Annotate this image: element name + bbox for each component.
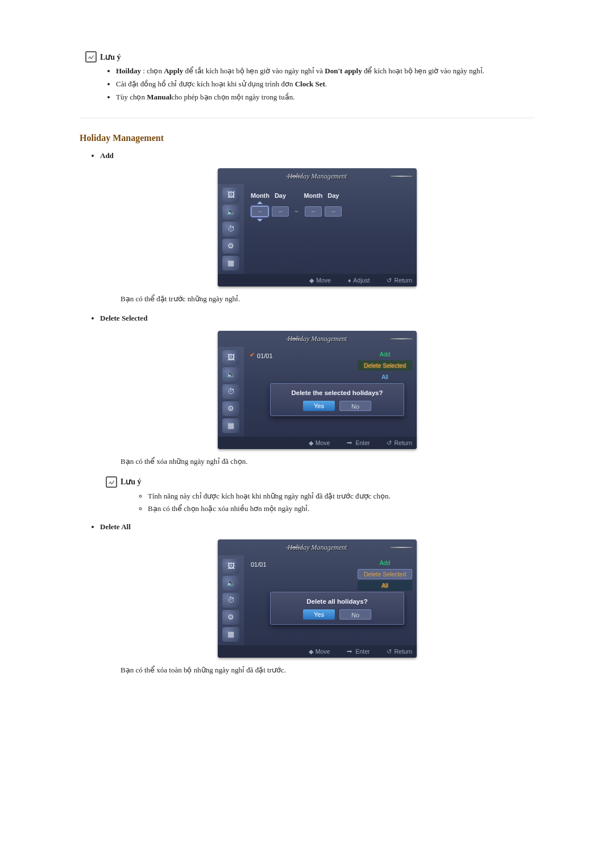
no-button[interactable]: No: [339, 401, 371, 411]
col-month: Month: [251, 192, 269, 199]
hint-return: ↺ Return: [387, 648, 412, 655]
add-desc: Bạn có thể đặt trước những ngày nghỉ.: [121, 294, 534, 304]
action-add[interactable]: Add: [358, 558, 412, 568]
osd-sidebar: 🖼 🔈 ⏱ ⚙ ▦: [218, 555, 244, 645]
delsel-desc: Bạn có thể xóa những ngày nghỉ đã chọn.: [121, 457, 534, 466]
hint-enter: ⮕ Enter: [347, 648, 370, 655]
day-end-select[interactable]: --: [325, 206, 342, 217]
note-title: Lưu ý: [121, 477, 142, 487]
confirm-modal: Delete the selected holidays? Yes No: [270, 383, 404, 416]
gear-icon[interactable]: ⚙: [222, 239, 239, 254]
check-icon: [251, 354, 255, 358]
action-delete-all[interactable]: All: [358, 580, 412, 591]
item-delsel-label: Delete Selected: [100, 314, 147, 322]
hint-move: ◆ Move: [309, 277, 331, 284]
audio-icon[interactable]: 🔈: [222, 205, 239, 219]
action-add[interactable]: Add: [358, 349, 412, 359]
picture-icon[interactable]: 🖼: [222, 559, 239, 574]
gear-icon[interactable]: ⚙: [222, 401, 239, 416]
col-day: Day: [275, 192, 286, 199]
note-item: Cài đặt đồng hồ chỉ được kích hoạt khi s…: [116, 79, 534, 90]
osd-delete-selected: Holiday Management 🖼 🔈 ⏱ ⚙ ▦ 01/01 Add D…: [218, 331, 417, 449]
picture-icon[interactable]: 🖼: [222, 188, 239, 202]
multi-icon[interactable]: ▦: [222, 418, 239, 433]
osd-add: Holiday Management 🖼 🔈 ⏱ ⚙ ▦ Month: [218, 168, 417, 286]
action-delete-all[interactable]: All: [358, 372, 412, 382]
month-end-select[interactable]: --: [305, 206, 322, 217]
modal-question: Delete all holidays?: [275, 598, 399, 605]
month-start-select[interactable]: --: [251, 206, 268, 217]
osd-title: Holiday Management: [218, 539, 417, 555]
note-title: Lưu ý: [100, 52, 121, 62]
note-item: Tính năng này chỉ được kích hoạt khi nhữ…: [148, 491, 534, 502]
note-icon: [106, 476, 117, 488]
col-month2: Month: [304, 192, 322, 199]
osd-title: Holiday Management: [218, 331, 417, 347]
note-item: Tùy chọn Manualcho phép bạn chọn một ngà…: [116, 92, 534, 103]
note-item: Bạn có thể chọn hoặc xóa nhiều hơn một n…: [148, 504, 534, 514]
item-add-label: Add: [100, 151, 114, 160]
note-block-delsel: Lưu ý Tính năng này chỉ được kích hoạt k…: [106, 476, 534, 515]
range-tilde: ~: [291, 208, 301, 215]
delall-desc: Bạn có thể xóa toàn bộ những ngày nghỉ đ…: [121, 666, 534, 675]
time-icon[interactable]: ⏱: [222, 222, 239, 236]
multi-icon[interactable]: ▦: [222, 256, 239, 271]
hint-enter: ⮕ Enter: [347, 439, 370, 446]
yes-button[interactable]: Yes: [303, 609, 335, 620]
item-delall-label: Delete All: [100, 522, 131, 531]
picture-icon[interactable]: 🖼: [222, 350, 239, 365]
col-day2: Day: [327, 192, 339, 199]
note-icon: [85, 51, 97, 63]
hint-return: ↺ Return: [387, 277, 412, 284]
modal-question: Delete the selected holidays?: [275, 389, 399, 396]
yes-button[interactable]: Yes: [303, 401, 335, 411]
multi-icon[interactable]: ▦: [222, 627, 239, 642]
osd-sidebar: 🖼 🔈 ⏱ ⚙ ▦: [218, 184, 244, 274]
confirm-modal: Delete all holidays? Yes No: [270, 592, 404, 625]
gear-icon[interactable]: ⚙: [222, 610, 239, 625]
hint-move: ◆ Move: [309, 648, 330, 655]
osd-sidebar: 🖼 🔈 ⏱ ⚙ ▦: [218, 347, 244, 437]
no-button[interactable]: No: [339, 609, 371, 620]
audio-icon[interactable]: 🔈: [222, 576, 239, 591]
hint-move: ◆ Move: [309, 439, 330, 446]
hint-return: ↺ Return: [387, 439, 412, 446]
section-title: Holiday Management: [80, 133, 534, 143]
action-delete-selected[interactable]: Delete Selected: [358, 360, 412, 371]
action-delete-selected[interactable]: Delete Selected: [358, 569, 412, 579]
audio-icon[interactable]: 🔈: [222, 367, 239, 382]
note-item: Hoilday : chọn Apply để tắt kích hoạt bộ…: [116, 66, 534, 77]
note-block-top: Lưu ý Hoilday : chọn Apply để tắt kích h…: [85, 51, 534, 103]
time-icon[interactable]: ⏱: [222, 593, 239, 608]
time-icon[interactable]: ⏱: [222, 384, 239, 399]
hint-adjust: ♦ Adjust: [348, 277, 370, 284]
day-start-select[interactable]: --: [272, 206, 289, 217]
osd-title: Holiday Management: [218, 168, 417, 184]
osd-delete-all: Holiday Management 🖼 🔈 ⏱ ⚙ ▦ 01/01 Add D…: [218, 539, 417, 658]
